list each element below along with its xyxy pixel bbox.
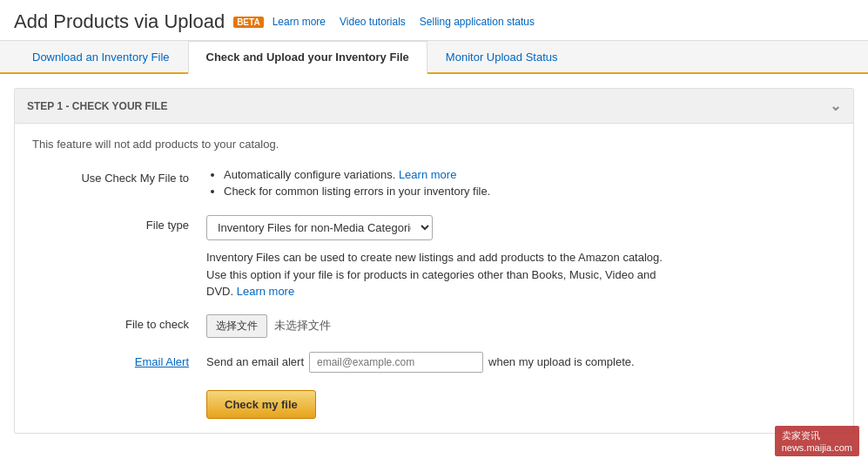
file-to-check-label: File to check [32, 314, 206, 338]
header-links: Learn more Video tutorials Selling appli… [273, 16, 535, 28]
use-check-row: Use Check My File to Automatically confi… [32, 168, 836, 201]
file-name-display: 未选择文件 [274, 318, 331, 334]
use-check-label: Use Check My File to [32, 168, 206, 201]
submit-row: Check my file [32, 390, 836, 419]
file-type-select[interactable]: Inventory Files for non-Media Categories… [206, 215, 433, 240]
email-alert-label: Email Alert [32, 352, 206, 373]
video-tutorials-link[interactable]: Video tutorials [340, 16, 406, 28]
bullet-1: Automatically configure variations. Lear… [224, 168, 836, 181]
file-type-description: Inventory Files can be used to create ne… [206, 249, 685, 300]
check-my-file-button[interactable]: Check my file [206, 390, 316, 419]
file-type-content: Inventory Files for non-Media Categories… [206, 215, 836, 300]
email-alert-link[interactable]: Email Alert [135, 355, 189, 368]
file-to-check-content: 选择文件 未选择文件 [206, 314, 836, 338]
bullet-1-learn-more[interactable]: Learn more [399, 168, 456, 181]
step1-collapse-icon[interactable]: ⌄ [830, 98, 841, 114]
beta-badge: BETA [233, 17, 263, 28]
email-input[interactable] [309, 352, 483, 373]
file-to-check-row: File to check 选择文件 未选择文件 [32, 314, 836, 338]
page-title: Add Products via Upload [14, 10, 225, 33]
step1-title: STEP 1 - CHECK YOUR FILE [27, 100, 168, 112]
page-header: Add Products via Upload BETA Learn more … [0, 0, 868, 41]
bullets-list: Automatically configure variations. Lear… [206, 168, 836, 198]
file-choose-button[interactable]: 选择文件 [206, 314, 267, 338]
email-after-text: when my upload is complete. [488, 355, 635, 368]
tabs-bar: Download an Inventory File Check and Upl… [0, 41, 868, 74]
tab-check-upload[interactable]: Check and Upload your Inventory File [188, 41, 427, 74]
tab-monitor[interactable]: Monitor Upload Status [427, 41, 576, 72]
file-type-row: File type Inventory Files for non-Media … [32, 215, 836, 300]
bullet-2: Check for common listing errors in your … [224, 185, 836, 198]
main-content: STEP 1 - CHECK YOUR FILE ⌄ This feature … [0, 74, 868, 448]
send-email-text: Send an email alert [206, 355, 304, 368]
step1-section: STEP 1 - CHECK YOUR FILE ⌄ This feature … [14, 88, 854, 434]
step1-header: STEP 1 - CHECK YOUR FILE ⌄ [15, 89, 853, 124]
step1-body: This feature will not add products to yo… [15, 124, 853, 433]
file-type-label: File type [32, 215, 206, 300]
email-alert-inline: Send an email alert when my upload is co… [206, 352, 836, 373]
tab-download[interactable]: Download an Inventory File [14, 41, 188, 72]
file-input-wrapper: 选择文件 未选择文件 [206, 314, 836, 338]
file-type-learn-more[interactable]: Learn more [237, 285, 294, 298]
email-alert-content: Send an email alert when my upload is co… [206, 352, 836, 373]
use-check-content: Automatically configure variations. Lear… [206, 168, 836, 201]
selling-status-link[interactable]: Selling application status [420, 16, 535, 28]
feature-notice: This feature will not add products to yo… [32, 138, 836, 151]
email-alert-row: Email Alert Send an email alert when my … [32, 352, 836, 373]
watermark: 卖家资讯news.maijia.com [775, 426, 859, 448]
learn-more-link[interactable]: Learn more [273, 16, 326, 28]
